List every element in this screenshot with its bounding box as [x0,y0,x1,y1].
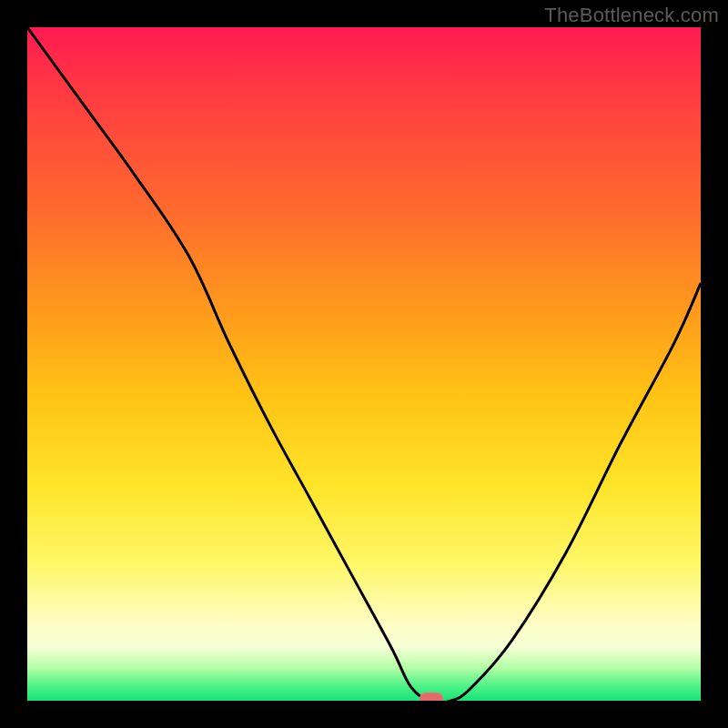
watermark-text: TheBottleneck.com [544,4,719,27]
bottleneck-curve [27,27,701,701]
minimum-marker [420,693,443,701]
curve-path [27,27,701,701]
plot-area [27,27,701,701]
chart-frame: TheBottleneck.com [0,0,728,728]
